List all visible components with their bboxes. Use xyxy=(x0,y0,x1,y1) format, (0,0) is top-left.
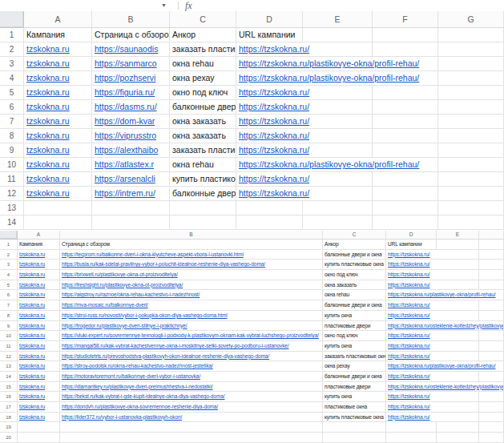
cell-C13[interactable] xyxy=(170,201,236,215)
s2-cell-D4[interactable]: https://tzskokna.ru/ xyxy=(386,270,479,280)
cell-G13[interactable] xyxy=(438,201,504,215)
s2-cell-D20[interactable] xyxy=(386,433,437,443)
cell-D3[interactable]: https://tzskokna.ru/plastikovye-okna/pro… xyxy=(236,57,438,71)
s2-cell-C20[interactable] xyxy=(323,433,386,443)
s2-cell-E20[interactable] xyxy=(437,433,479,443)
s2-column-header-C[interactable]: C xyxy=(323,231,386,240)
cell-F2[interactable] xyxy=(373,42,438,57)
cell-G1[interactable] xyxy=(438,28,504,42)
s2-cell-D8[interactable]: https://tzskokna.ru/ xyxy=(386,311,479,321)
s2-cell-E19[interactable] xyxy=(437,422,479,433)
row-header-3[interactable]: 3 xyxy=(0,57,24,71)
s2-column-header-edge[interactable] xyxy=(479,231,504,240)
s2-cell-C10[interactable]: окно под ключ xyxy=(323,331,386,341)
s2-cell-C4[interactable]: окно под ключ xyxy=(323,270,386,280)
s2-cell-edge3[interactable] xyxy=(479,260,504,270)
cell-F7[interactable] xyxy=(373,115,438,129)
row-header-8[interactable]: 8 xyxy=(0,129,24,143)
cell-B13[interactable] xyxy=(92,201,170,215)
s2-column-header-E[interactable]: E xyxy=(437,231,479,240)
s2-cell-C17[interactable]: пластиковые окна xyxy=(323,402,386,413)
s2-cell-D7[interactable]: https://tzskokna.ru/ xyxy=(386,300,479,311)
s2-cell-D12[interactable]: https://tzskokna.ru/ xyxy=(386,352,479,362)
s2-column-header-A[interactable]: A xyxy=(18,231,60,240)
s2-cell-C16[interactable]: купить окна xyxy=(323,392,386,402)
cell-D13[interactable] xyxy=(236,201,303,215)
row-header-11[interactable]: 11 xyxy=(0,172,24,187)
cell-A6[interactable]: tzskokna.ru xyxy=(24,100,92,115)
cell-G12[interactable] xyxy=(438,187,504,201)
cell-A8[interactable]: tzskokna.ru xyxy=(24,129,92,143)
cell-C4[interactable]: окна рехау xyxy=(170,71,236,86)
s2-row-header-7[interactable]: 7 xyxy=(0,300,18,311)
s2-cell-D5[interactable]: https://tzskokna.ru/ xyxy=(386,280,479,291)
cell-B4[interactable]: https://pozhservi xyxy=(92,71,170,86)
s2-cell-A12[interactable]: tzskokna.ru xyxy=(18,352,60,362)
cell-C7[interactable]: окна заказать xyxy=(170,115,236,129)
cell-A4[interactable]: tzskokna.ru xyxy=(24,71,92,86)
s2-cell-C3[interactable]: купить пластиковые окна xyxy=(323,260,386,270)
cell-A12[interactable]: tzskokna.ru xyxy=(24,187,92,201)
cell-A10[interactable]: tzskokna.ru xyxy=(24,158,92,172)
s2-column-header-B[interactable]: B xyxy=(60,231,323,240)
cell-A2[interactable]: tzskokna.ru xyxy=(24,42,92,57)
row-header-14[interactable]: 14 xyxy=(0,215,24,230)
s2-cell-D9[interactable]: https://tzskokna.ru/osteklenie-kottedzhe… xyxy=(386,321,504,332)
column-header-E[interactable]: E xyxy=(303,11,373,28)
s2-cell-C8[interactable]: купить окна xyxy=(323,311,386,321)
s2-cell-A8[interactable]: tzskokna.ru xyxy=(18,311,60,321)
s2-row-header-10[interactable]: 10 xyxy=(0,331,18,341)
cell-C10[interactable]: окна rehau xyxy=(170,158,236,172)
cell-F14[interactable] xyxy=(373,215,438,230)
s2-cell-edge2[interactable] xyxy=(479,250,504,260)
column-header-F[interactable]: F xyxy=(373,11,438,28)
cell-F6[interactable] xyxy=(373,100,438,115)
cell-A3[interactable]: tzskokna.ru xyxy=(24,57,92,71)
cell-D5[interactable]: https://tzskokna.ru/ xyxy=(236,86,373,100)
cell-E1[interactable] xyxy=(303,28,373,42)
row-header-10[interactable]: 10 xyxy=(0,158,24,172)
s2-cell-B10[interactable]: https://vluki-expert.ru/sovremennye-texn… xyxy=(60,331,323,341)
row-header-4[interactable]: 4 xyxy=(0,71,24,86)
cell-F11[interactable] xyxy=(373,172,438,187)
s2-cell-A9[interactable]: tzskokna.ru xyxy=(18,321,60,332)
cell-C2[interactable]: заказать пластиковые окна xyxy=(170,42,236,57)
s2-cell-D14[interactable]: https://tzskokna.ru/ xyxy=(386,372,479,382)
s2-cell-D18[interactable]: https://tzskokna.ru/ xyxy=(386,413,479,423)
s2-row-header-11[interactable]: 11 xyxy=(0,341,18,352)
cell-B9[interactable]: https://alexthaibo xyxy=(92,143,170,158)
cell-D14[interactable] xyxy=(236,215,303,230)
s2-cell-edge8[interactable] xyxy=(479,311,504,321)
cell-B7[interactable]: https://dom-kvar xyxy=(92,115,170,129)
row-header-13[interactable]: 13 xyxy=(0,201,24,215)
cell-F13[interactable] xyxy=(373,201,438,215)
s2-cell-B5[interactable]: https://freshsight.ru/plastikovye-okna-o… xyxy=(60,280,323,291)
column-header-B[interactable]: B xyxy=(92,11,170,28)
cell-G3[interactable] xyxy=(438,57,504,71)
cell-A9[interactable]: tzskokna.ru xyxy=(24,143,92,158)
s2-cell-A20[interactable] xyxy=(18,433,60,443)
s2-row-header-12[interactable]: 12 xyxy=(0,352,18,362)
s2-cell-A1[interactable]: Кампания xyxy=(18,240,60,250)
cell-B12[interactable]: https://intrem.ru/ xyxy=(92,187,170,201)
s2-cell-A4[interactable]: tzskokna.ru xyxy=(18,270,60,280)
column-header-A[interactable]: A xyxy=(24,11,92,28)
s2-row-header-2[interactable]: 2 xyxy=(0,250,18,260)
column-header-D[interactable]: D xyxy=(236,11,303,28)
s2-cell-E1[interactable] xyxy=(437,240,479,250)
cell-C3[interactable]: окна rehau xyxy=(170,57,236,71)
s2-cell-C6[interactable]: окна rehau xyxy=(323,290,386,300)
cell-D2[interactable]: https://tzskokna.ru/ xyxy=(236,42,373,57)
row-header-9[interactable]: 9 xyxy=(0,143,24,158)
s2-cell-B8[interactable]: https://stroi-russ.ru/novosti/vybor-i-po… xyxy=(60,311,323,321)
cell-D12[interactable]: https://tzskokna.ru/ xyxy=(236,187,373,201)
s2-cell-edge4[interactable] xyxy=(479,270,504,280)
s2-cell-B19[interactable] xyxy=(60,422,323,433)
s2-cell-D19[interactable] xyxy=(386,422,437,433)
s2-cell-edge19[interactable] xyxy=(479,422,504,433)
s2-cell-D2[interactable]: https://tzskokna.ru/ xyxy=(386,250,479,260)
cell-E14[interactable] xyxy=(303,215,373,230)
cell-B1[interactable]: Страница с обзором xyxy=(92,28,170,42)
cell-A14[interactable] xyxy=(24,215,92,230)
s2-row-header-19[interactable]: 19 xyxy=(0,422,18,433)
